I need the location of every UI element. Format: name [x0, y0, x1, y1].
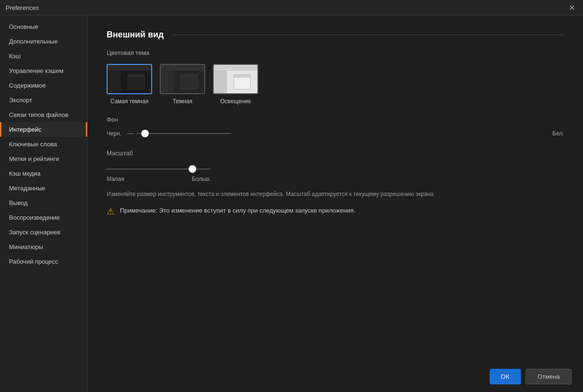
sidebar-item-workflow[interactable]: Рабочий процесс [0, 254, 87, 269]
theme-cards: Самая темная Темная [107, 64, 564, 105]
theme-card-light[interactable]: Освещение [213, 64, 258, 105]
content-area: Внешний вид Цветовая тема Самая темная [88, 16, 583, 392]
close-button[interactable]: ✕ [566, 2, 577, 13]
sidebar-item-thumbnails[interactable]: Миниатюры [0, 240, 87, 254]
cancel-button[interactable]: Отмена [526, 369, 572, 384]
section-header: Внешний вид [107, 30, 564, 40]
theme-card-dark[interactable]: Темная [160, 64, 205, 105]
theme-preview-darkest [107, 64, 152, 94]
background-slider[interactable] [137, 133, 231, 134]
theme-preview-light [213, 64, 258, 94]
background-section: Фон Черн. — Бел. [107, 116, 564, 138]
section-divider [173, 35, 564, 35]
sidebar-item-content[interactable]: Содержимое [0, 78, 87, 93]
sidebar-item-playback[interactable]: Воспроизведение [0, 210, 87, 225]
sidebar-item-interface[interactable]: Интерфейс [0, 122, 87, 137]
slider-white-label: Бел. [553, 130, 565, 137]
scale-section: Масштаб Малая Больш. Изменяйте размер ин… [107, 150, 564, 217]
sidebar-item-export[interactable]: Экспорт [0, 93, 87, 107]
section-title: Внешний вид [107, 30, 164, 40]
sidebar-item-advanced[interactable]: Дополнительные [0, 34, 87, 49]
sidebar-item-file-assoc[interactable]: Связи типов файлов [0, 107, 87, 122]
slider-black-label: Черн. [107, 130, 121, 137]
sidebar: Основные Дополнительные Кэш Управление к… [0, 16, 88, 392]
theme-preview-dark [160, 64, 205, 94]
theme-label-dark: Темная [173, 98, 192, 105]
warning-text: Примечание: Это изменение вступит в силу… [120, 206, 355, 215]
theme-label-light: Освещение [220, 98, 251, 105]
scale-slider-row [107, 164, 564, 174]
sidebar-item-cache-mgmt[interactable]: Управление кэшем [0, 63, 87, 78]
background-slider-row: Черн. — Бел. [107, 129, 564, 138]
main-container: Основные Дополнительные Кэш Управление к… [0, 16, 583, 392]
sidebar-item-keywords[interactable]: Ключевые слова [0, 137, 87, 151]
background-label: Фон [107, 116, 564, 123]
scale-slider[interactable] [107, 169, 211, 169]
ok-button[interactable]: OK [490, 369, 521, 384]
theme-card-darkest[interactable]: Самая темная [107, 64, 152, 105]
scale-end-labels: Малая Больш. [107, 176, 211, 182]
background-slider-container[interactable] [137, 129, 547, 138]
footer: OK Отмена [478, 361, 583, 392]
scale-large-label: Больш. [192, 176, 211, 182]
sidebar-item-media-cache[interactable]: Кэш медиа [0, 166, 87, 181]
title-bar: Preferences ✕ [0, 0, 583, 16]
scale-info-text: Изменяйте размер инструментов, текста и … [107, 190, 564, 198]
scale-title: Масштаб [107, 150, 564, 157]
sidebar-items-list: Основные Дополнительные Кэш Управление к… [0, 19, 87, 388]
warning-box: ⚠ Примечание: Это изменение вступит в си… [107, 206, 564, 217]
sidebar-item-basic[interactable]: Основные [0, 19, 87, 34]
sidebar-item-ratings[interactable]: Метки и рейтинги [0, 151, 87, 166]
scale-small-label: Малая [107, 176, 124, 182]
sidebar-item-cache[interactable]: Кэш [0, 49, 87, 63]
theme-label-darkest: Самая темная [110, 98, 148, 105]
sidebar-item-output[interactable]: Вывод [0, 196, 87, 210]
color-theme-label: Цветовая тема [107, 49, 564, 56]
warning-icon: ⚠ [107, 206, 114, 217]
sidebar-item-scripts[interactable]: Запуск сценариев [0, 225, 87, 240]
sidebar-item-metadata[interactable]: Метаданные [0, 181, 87, 196]
window-title: Preferences [6, 4, 39, 11]
scale-slider-container[interactable] [107, 164, 564, 174]
